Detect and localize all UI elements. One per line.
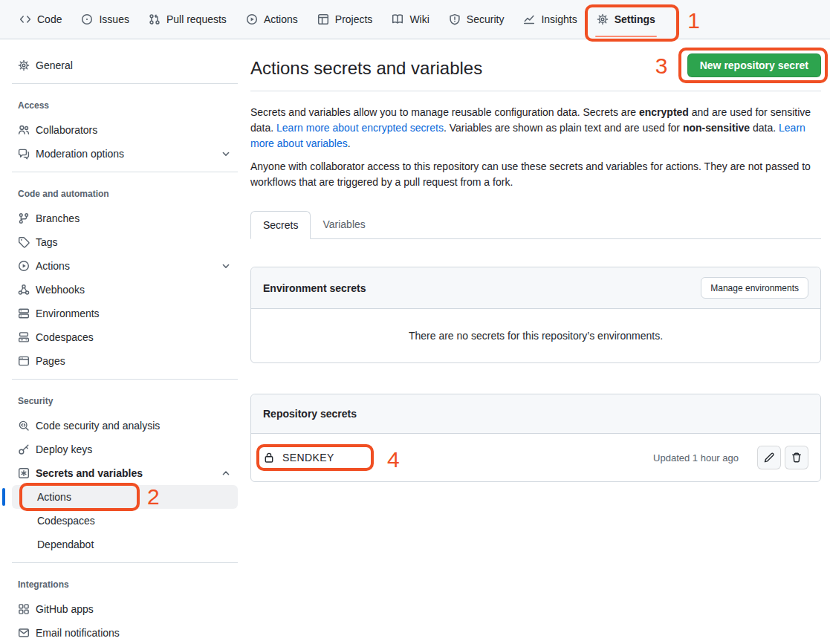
chevron-down-icon xyxy=(220,148,232,160)
annotation-number-4: 4 xyxy=(387,449,400,471)
manage-environments-button[interactable]: Manage environments xyxy=(701,277,808,299)
edit-secret-button[interactable] xyxy=(757,446,781,469)
tab-issues[interactable]: Issues xyxy=(75,7,134,31)
sidebar-item-email-notifications[interactable]: Email notifications xyxy=(12,621,238,644)
sidebar-item-environments[interactable]: Environments xyxy=(12,302,238,325)
text-segment: data. xyxy=(750,122,779,134)
people-icon xyxy=(18,124,30,136)
secret-name-text: SENDKEY xyxy=(282,452,334,464)
tab-security[interactable]: Security xyxy=(443,7,510,31)
sidebar-item-branches[interactable]: Branches xyxy=(12,206,238,230)
sidebar-section-integrations: Integrations xyxy=(12,569,238,597)
sidebar-item-codespaces[interactable]: Codespaces xyxy=(12,325,238,349)
sidebar-section-code-automation: Code and automation xyxy=(12,178,238,206)
tag-icon xyxy=(18,236,30,248)
annotation-number-3: 3 xyxy=(655,55,668,77)
sidebar-item-webhooks[interactable]: Webhooks xyxy=(12,278,238,302)
tab-label: Projects xyxy=(335,13,373,25)
tab-variables[interactable]: Variables xyxy=(311,211,377,238)
sidebar-item-label: Codespaces xyxy=(37,515,95,527)
empty-state-text: There are no secrets for this repository… xyxy=(251,309,820,362)
active-tab-underline xyxy=(595,36,657,37)
sidebar-divider xyxy=(12,562,238,563)
tab-label: Pull requests xyxy=(166,13,227,25)
main-content: Actions secrets and variables New reposi… xyxy=(250,53,821,482)
sidebar-item-moderation-options[interactable]: Moderation options xyxy=(12,142,238,166)
header-divider xyxy=(250,91,821,91)
sidebar-item-label: Actions xyxy=(37,491,71,503)
link-encrypted-secrets[interactable]: Learn more about encrypted secrets xyxy=(276,122,444,134)
sidebar-item-label: Webhooks xyxy=(36,284,85,296)
tab-settings[interactable]: Settings 1 xyxy=(591,7,661,31)
tab-label: Insights xyxy=(541,13,577,25)
code-icon xyxy=(19,13,31,25)
sidebar-item-label: GitHub apps xyxy=(36,603,94,615)
sidebar-item-actions[interactable]: Actions xyxy=(12,254,238,278)
tab-label: Issues xyxy=(99,13,129,25)
sidebar-item-label: Secrets and variables xyxy=(36,467,143,479)
sidebar-item-label: General xyxy=(36,59,73,71)
environment-secrets-card: Environment secrets Manage environments … xyxy=(250,267,821,363)
sidebar-item-label: Moderation options xyxy=(36,148,124,160)
tab-label: Settings xyxy=(615,13,655,25)
delete-secret-button[interactable] xyxy=(785,446,808,469)
sidebar-section-security: Security xyxy=(12,386,238,414)
chevron-down-icon xyxy=(220,260,232,272)
key-icon xyxy=(18,443,30,455)
sidebar-item-label: Collaborators xyxy=(36,124,97,136)
sidebar-item-label: Code security and analysis xyxy=(36,420,160,432)
gear-icon xyxy=(597,13,609,25)
sidebar-item-label: Actions xyxy=(36,260,70,272)
chevron-up-icon xyxy=(220,467,232,479)
git-branch-icon xyxy=(18,212,30,224)
environment-secrets-header: Environment secrets Manage environments xyxy=(251,267,820,309)
tab-code[interactable]: Code xyxy=(13,7,68,31)
settings-sidebar: General Access Collaborators Moderation … xyxy=(12,53,238,644)
tab-secrets[interactable]: Secrets xyxy=(250,211,311,239)
tab-pull-requests[interactable]: Pull requests xyxy=(143,7,233,31)
card-title: Repository secrets xyxy=(263,408,357,420)
sidebar-item-github-apps[interactable]: GitHub apps xyxy=(12,597,238,621)
sidebar-subitem-actions[interactable]: Actions 2 xyxy=(12,485,238,509)
sidebar-item-code-security[interactable]: Code security and analysis xyxy=(12,414,238,438)
tab-projects[interactable]: Projects xyxy=(311,7,379,31)
tab-actions[interactable]: Actions xyxy=(240,7,304,31)
sidebar-item-label: Environments xyxy=(36,308,100,319)
sidebar-item-pages[interactable]: Pages xyxy=(12,349,238,373)
graph-icon xyxy=(523,13,535,25)
text-bold: encrypted xyxy=(639,106,689,118)
sidebar-subitem-codespaces[interactable]: Codespaces xyxy=(12,509,238,533)
secret-name-cell: SENDKEY 4 xyxy=(263,452,334,464)
repository-secrets-card: Repository secrets SENDKEY 4 Updated 1 h… xyxy=(250,394,821,482)
sidebar-item-label: Email notifications xyxy=(36,627,120,639)
updated-timestamp: Updated 1 hour ago xyxy=(653,452,739,464)
codespaces-icon xyxy=(18,331,30,343)
sidebar-item-label: Deploy keys xyxy=(36,443,92,455)
apps-icon xyxy=(18,603,30,615)
server-icon xyxy=(18,308,30,319)
sidebar-item-label: Dependabot xyxy=(37,539,94,550)
repository-secrets-header: Repository secrets xyxy=(251,394,820,434)
trash-icon xyxy=(791,452,803,464)
play-icon xyxy=(18,260,30,272)
sidebar-item-general[interactable]: General xyxy=(12,53,238,77)
secret-meta: Updated 1 hour ago xyxy=(653,446,808,469)
page-title: Actions secrets and variables xyxy=(250,58,482,79)
codescan-icon xyxy=(18,420,30,432)
text-segment: . xyxy=(348,137,351,149)
secret-row: SENDKEY 4 Updated 1 hour ago xyxy=(251,434,820,481)
sidebar-item-collaborators[interactable]: Collaborators xyxy=(12,118,238,142)
sidebar-item-tags[interactable]: Tags xyxy=(12,230,238,254)
sidebar-divider xyxy=(12,172,238,172)
tab-wiki[interactable]: Wiki xyxy=(386,7,435,31)
tab-insights[interactable]: Insights xyxy=(517,7,583,31)
sidebar-subitem-dependabot[interactable]: Dependabot xyxy=(12,533,238,556)
sidebar-divider xyxy=(12,379,238,380)
issue-opened-icon xyxy=(81,13,93,25)
sidebar-item-secrets-variables[interactable]: Secrets and variables xyxy=(12,461,238,485)
sidebar-item-deploy-keys[interactable]: Deploy keys xyxy=(12,438,238,461)
tab-label: Actions xyxy=(264,13,298,25)
gear-icon xyxy=(18,59,30,71)
new-repository-secret-button[interactable]: New repository secret 3 xyxy=(687,53,821,77)
pencil-icon xyxy=(763,452,775,464)
